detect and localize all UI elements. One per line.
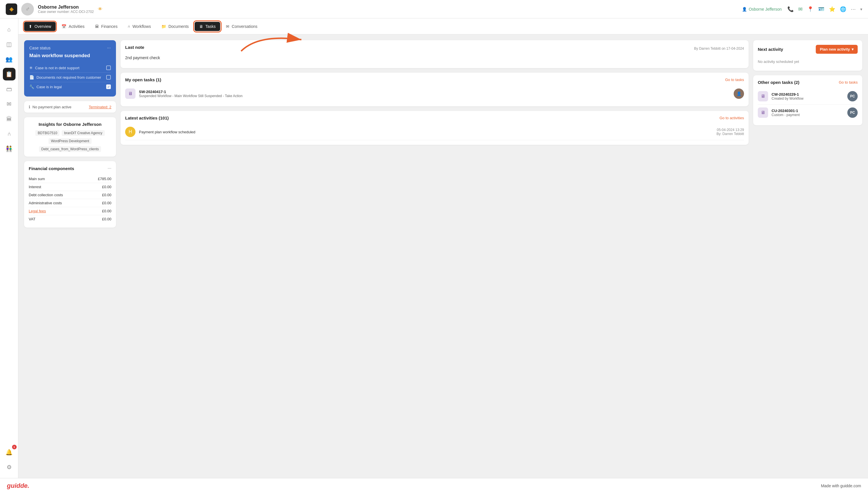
other-task-info-2: CU-20240301-1 Custom - payment xyxy=(772,109,844,117)
financial-value-4: £0.00 xyxy=(102,201,111,205)
insights-tags: BDTBG7510 branDiT Creative Agency WordPr… xyxy=(29,130,111,152)
financial-label-2: Interest xyxy=(29,185,41,189)
note-meta: By Darren Tebbitt on 17-04-2024 xyxy=(694,46,744,50)
status-item-1-checkbox[interactable] xyxy=(106,65,111,70)
footer: guidde. Made with guidde.com xyxy=(0,478,868,493)
tab-conversations[interactable]: ✉ Conversations xyxy=(221,22,262,31)
activity-item-1: H Payment plan workflow scheduled 05-04-… xyxy=(125,124,744,140)
terminated-link[interactable]: Terminated: 2 xyxy=(89,105,111,109)
id-card-icon[interactable]: 🪪 xyxy=(818,6,824,12)
case-status-card: Case status ··· Main workflow suspended … xyxy=(24,40,116,97)
financial-row-2: Interest £0.00 xyxy=(29,183,111,191)
financial-row-4: Administrative costs £0.00 xyxy=(29,199,111,207)
sidebar-item-settings[interactable]: ⚙ xyxy=(3,461,16,473)
app-logo[interactable]: ◈ xyxy=(6,3,17,15)
chevron-down-icon[interactable]: ▾ xyxy=(860,7,862,12)
more-icon[interactable]: ··· xyxy=(851,6,856,12)
other-task-icon-2: 🖥 xyxy=(758,107,768,118)
plan-btn-chevron: ▾ xyxy=(852,47,854,51)
other-task-desc-2: Custom - payment xyxy=(772,113,844,117)
my-tasks-title: My open tasks (1) xyxy=(125,77,161,82)
eye-icon[interactable]: 👁 xyxy=(98,7,102,12)
status-item-3-label: Case is in legal xyxy=(37,85,62,89)
sidebar-item-team[interactable]: 👫 xyxy=(3,143,16,155)
other-tasks-header: Other open tasks (2) Go to tasks xyxy=(758,80,858,85)
activity-text-1: Payment plan workflow scheduled xyxy=(139,130,713,134)
sidebar-item-notifications[interactable]: 🔔 1 xyxy=(3,446,16,458)
other-tasks-title: Other open tasks (2) xyxy=(758,80,799,85)
go-to-activities-link[interactable]: Go to activities xyxy=(719,116,744,120)
phone-icon[interactable]: 📞 xyxy=(787,6,794,12)
financial-title: Financial components xyxy=(29,166,74,171)
header-username: Osborne Jefferson xyxy=(749,7,782,12)
email-icon[interactable]: ✉ xyxy=(798,6,803,12)
case-status-menu-icon[interactable]: ··· xyxy=(107,45,111,50)
activities-title: Latest activities (101) xyxy=(125,115,169,121)
case-status-title: Case status xyxy=(29,46,50,50)
my-tasks-header: My open tasks (1) Go to tasks xyxy=(125,77,744,82)
tab-finances-label: Finances xyxy=(101,24,118,29)
status-item-2-checkbox[interactable] xyxy=(106,75,111,80)
sidebar-item-home[interactable]: ⌂ xyxy=(3,23,16,36)
task-id-1: SW-20240417-1 xyxy=(139,90,730,94)
tab-activities[interactable]: 📅 Activities xyxy=(57,22,89,31)
financial-value-6: £0.00 xyxy=(102,217,111,221)
tasks-icon: 🖥 xyxy=(199,24,203,29)
my-open-tasks-card: My open tasks (1) Go to tasks 🖥 SW-20240… xyxy=(120,73,749,106)
top-header: ◈ ♂ Osborne Jefferson Case owner number:… xyxy=(0,0,868,18)
left-column: Case status ··· Main workflow suspended … xyxy=(24,40,116,472)
task-desc-1: Suspended Workflow - Main Workflow Still… xyxy=(139,94,730,98)
sidebar-item-bank[interactable]: 🏛 xyxy=(3,113,16,125)
document-icon: 📄 xyxy=(29,75,34,80)
user-icon: 👤 xyxy=(742,7,747,12)
financial-value-5: £0.00 xyxy=(102,209,111,213)
case-info: Osborne Jefferson Case owner number: ACC… xyxy=(38,5,94,14)
plan-new-activity-button[interactable]: Plan new activity ▾ xyxy=(816,45,858,54)
status-item-3-checkbox[interactable]: ✓ xyxy=(106,84,111,89)
tab-finances[interactable]: 🏛 Finances xyxy=(90,22,122,31)
activity-icon-1: H xyxy=(125,127,136,137)
sidebar-item-records[interactable]: 📋 xyxy=(3,68,16,81)
workflows-tab-icon: ⑃ xyxy=(128,24,130,29)
next-activity-title: Next activity xyxy=(758,47,783,52)
note-text: 2nd payment check xyxy=(125,52,744,64)
next-activity-card: Next activity Plan new activity ▾ No act… xyxy=(753,40,862,71)
payment-plan-bar: ℹ No payment plan active Terminated: 2 xyxy=(24,101,116,113)
sidebar: ⌂ ◫ 👥 📋 🗃 ✉ 🏛 ⑃ 👫 🔔 1 ⚙ xyxy=(0,18,18,478)
tab-documents[interactable]: 📁 Documents xyxy=(157,22,193,31)
go-to-tasks-link-2[interactable]: Go to tasks xyxy=(839,80,858,84)
case-name: Osborne Jefferson xyxy=(38,5,94,10)
activity-meta-1: 05-04-2024 13:29 By: Darren Tebbitt xyxy=(716,128,744,136)
status-item-3-left: 🔧 Case is in legal xyxy=(29,84,62,89)
financial-label-5[interactable]: Legal fees xyxy=(29,209,46,213)
sidebar-item-mail[interactable]: ✉ xyxy=(3,98,16,110)
sidebar-item-cases[interactable]: ◫ xyxy=(3,38,16,50)
tab-overview[interactable]: ⬆ Overview xyxy=(24,22,56,31)
location-icon[interactable]: 📍 xyxy=(807,6,814,12)
documents-icon: 📁 xyxy=(161,24,166,29)
tab-workflows-label: Workflows xyxy=(132,24,151,29)
case-number: Case owner number: ACC-DCI-2702 xyxy=(38,10,94,14)
sidebar-item-database[interactable]: 🗃 xyxy=(3,83,16,95)
other-task-desc-1: Created by Workflow xyxy=(772,97,844,101)
wrench-icon: 🔧 xyxy=(29,84,34,89)
go-to-tasks-link-1[interactable]: Go to tasks xyxy=(725,78,744,82)
insights-card: Insights for Osborne Jefferson BDTBG7510… xyxy=(24,117,116,156)
financial-label-1: Main sum xyxy=(29,177,45,181)
star-icon[interactable]: ⭐ xyxy=(829,6,835,12)
payment-plan-text: No payment plan active xyxy=(32,105,71,109)
financial-row-6: VAT £0.00 xyxy=(29,215,111,223)
sidebar-item-people[interactable]: 👥 xyxy=(3,53,16,65)
info-icon: ℹ xyxy=(29,105,30,109)
notification-badge-count: 1 xyxy=(12,445,17,449)
overview-icon: ⬆ xyxy=(29,24,32,29)
globe-icon[interactable]: 🌐 xyxy=(840,6,846,12)
sidebar-item-workflows[interactable]: ⑃ xyxy=(3,128,16,140)
other-task-id-2: CU-20240301-1 xyxy=(772,109,844,113)
tab-activities-label: Activities xyxy=(69,24,84,29)
tab-tasks[interactable]: 🖥 Tasks xyxy=(195,22,221,31)
other-task-item-2: 🖥 CU-20240301-1 Custom - payment PC xyxy=(758,105,858,121)
header-left: ◈ ♂ Osborne Jefferson Case owner number:… xyxy=(6,3,742,16)
financial-menu-icon[interactable]: ··· xyxy=(108,166,111,171)
tab-workflows[interactable]: ⑃ Workflows xyxy=(123,22,155,31)
